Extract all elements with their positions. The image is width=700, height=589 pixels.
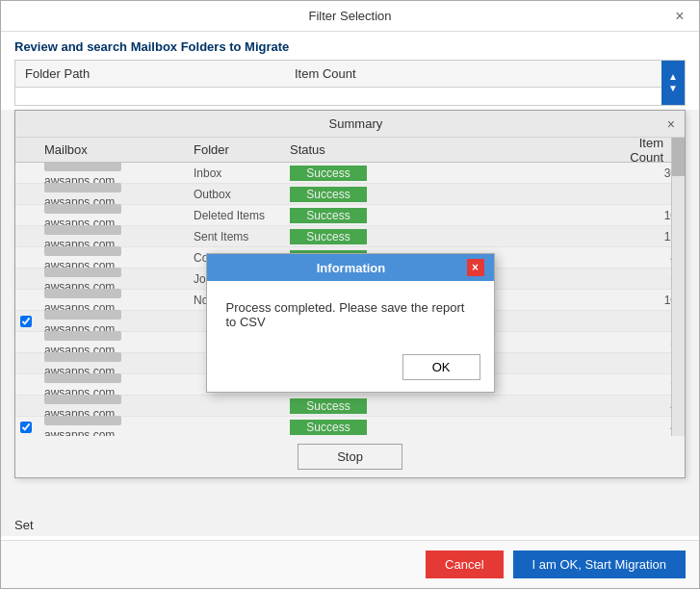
page-heading: Review and search Mailbox Folders to Mig…: [1, 32, 699, 60]
information-dialog: Information × Process completed. Please …: [206, 253, 495, 393]
ok-button[interactable]: OK: [402, 354, 480, 380]
info-dialog-body: Process completed. Please save the repor…: [207, 281, 494, 348]
start-migration-button[interactable]: I am OK, Start Migration: [513, 551, 686, 578]
main-window: Filter Selection × Review and search Mai…: [0, 0, 700, 589]
bottom-bar: Cancel I am OK, Start Migration: [1, 540, 699, 588]
info-footer: OK: [207, 348, 494, 392]
filter-table-area: Folder Path Item Count ▲ ▼: [14, 60, 686, 106]
filter-table-header: Folder Path Item Count ▲ ▼: [15, 61, 685, 88]
info-message: Process completed. Please save the repor…: [226, 300, 465, 329]
cancel-button[interactable]: Cancel: [426, 551, 503, 578]
filter-corner-btn[interactable]: ▲ ▼: [661, 61, 685, 105]
corner-up-icon: ▲: [668, 71, 678, 83]
corner-down-icon: ▼: [668, 83, 678, 94]
window-close-button[interactable]: ×: [670, 7, 689, 26]
filter-col-count: Item Count: [285, 66, 401, 81]
dialog-overlay: Information × Process completed. Please …: [1, 110, 699, 536]
filter-col-path: Folder Path: [15, 66, 285, 81]
info-dialog-title: Information: [236, 261, 467, 275]
info-title-bar: Information ×: [207, 254, 494, 281]
content-area: Summary × Mailbox Folder Status Item Cou…: [1, 110, 699, 536]
title-bar: Filter Selection ×: [1, 1, 699, 32]
info-close-button[interactable]: ×: [467, 259, 484, 276]
window-title: Filter Selection: [30, 9, 670, 23]
